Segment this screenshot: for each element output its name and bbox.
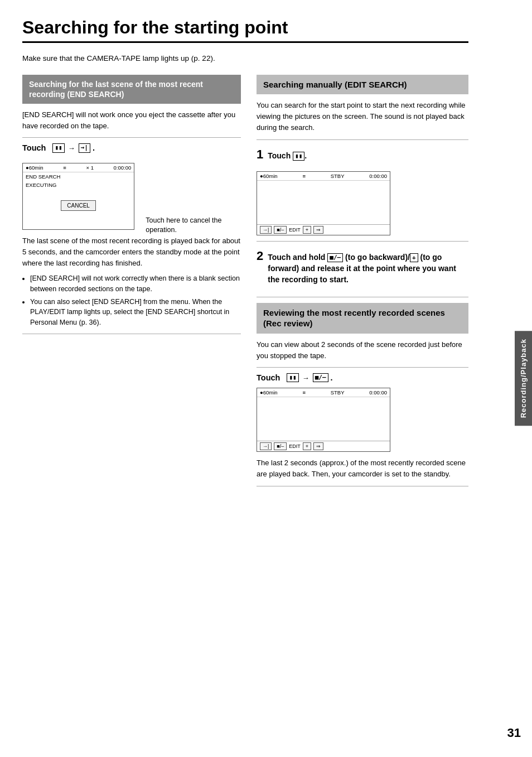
lcd-x1: × 1 — [86, 165, 93, 171]
divider-6 — [257, 367, 468, 368]
lcd-top-bar-1: ●60min ≡ × 1 0:00:00 — [23, 163, 134, 172]
step1-instruction: Touch ▮▮. — [268, 150, 307, 161]
lcd-time-3: 0:00:00 — [369, 389, 387, 396]
lcd-btn-forward: ⇒ — [313, 226, 323, 234]
arrow-2: → — [302, 374, 309, 382]
lcd-bottom-bar-2: →| ■/– EDIT + ⇒ — [257, 224, 390, 235]
lcd-time-1: 0:00:00 — [114, 165, 132, 171]
lcd-btn-arrow-3: →| — [260, 442, 272, 450]
lcd-icon-1: ≡ — [63, 165, 66, 171]
lcd-top-bar-2: ●60min ≡ STBY 0:00:00 — [257, 172, 390, 181]
lcd-top-bar-3: ●60min ≡ STBY 0:00:00 — [257, 388, 390, 397]
main-content: Searching for the starting point Make su… — [0, 0, 485, 757]
record-icon-3: ▮▮ — [287, 373, 298, 382]
end-search-body1: [END SEARCH] will not work once you ejec… — [22, 109, 241, 132]
two-col-layout: Searching for the last scene of the most… — [22, 75, 468, 492]
lcd-line1: END SEARCH — [23, 172, 134, 181]
step1-number: 1 — [257, 147, 263, 162]
lcd-tape-2: ●60min — [260, 173, 278, 179]
lcd-edit-label: EDIT — [289, 227, 301, 233]
bullet-item-1: [END SEARCH] will not work correctly whe… — [30, 273, 241, 295]
rec-review-body2: The last 2 seconds (approx.) of the most… — [257, 457, 468, 480]
rec-review-body1: You can view about 2 seconds of the scen… — [257, 339, 468, 361]
lcd-line2: EXECUTING — [23, 181, 134, 189]
rec-review-heading: Reviewing the most recently recorded sce… — [257, 303, 468, 334]
lcd-tape-3: ●60min — [260, 389, 278, 396]
step2-instruction: Touch and hold ■/– (to go backward)/+ (t… — [268, 252, 468, 286]
divider-7 — [257, 486, 468, 486]
right-tab: Recording/Playback 31 — [485, 0, 532, 757]
lcd-tape-icon: ●60min — [26, 165, 43, 171]
step2-number: 2 — [257, 249, 263, 263]
lcd-screen-1: ●60min ≡ × 1 0:00:00 END SEARCH EXECUTIN… — [22, 163, 134, 230]
end-search-heading: Searching for the last scene of the most… — [22, 75, 241, 104]
lcd-btn-forward-3: ⇒ — [313, 442, 323, 450]
screen-note-1: ●60min ≡ × 1 0:00:00 END SEARCH EXECUTIN… — [22, 158, 241, 235]
lcd-stby-2: STBY — [331, 173, 345, 179]
bullet-item-2: You can also select [END SEARCH] from th… — [30, 297, 241, 328]
end-search-body2: The last scene of the most recent record… — [22, 235, 241, 269]
divider-4 — [257, 241, 468, 242]
dot-label: . — [93, 143, 95, 152]
touch-label-1: Touch — [22, 143, 46, 152]
touch-instruction-1: Touch ▮▮ → →| . — [22, 143, 241, 152]
edit-search-body1: You can search for the start point to st… — [257, 100, 468, 133]
lcd-btn-plus-3: + — [303, 442, 311, 450]
lcd-edit-label-3: EDIT — [289, 443, 301, 449]
divider-3 — [257, 139, 468, 140]
side-label: Recording/Playback — [515, 331, 532, 426]
lcd-btn-edit: ■/– — [274, 226, 287, 234]
record-icon-1: ▮▮ — [52, 143, 64, 152]
page-title: Searching for the starting point — [22, 17, 468, 43]
page-wrapper: Searching for the starting point Make su… — [0, 0, 532, 757]
step1-row: 1 Touch ▮▮. — [257, 146, 468, 167]
dot-label-2: . — [331, 373, 333, 382]
col-left: Searching for the last scene of the most… — [22, 75, 241, 492]
touch-label-2: Touch — [257, 373, 280, 382]
step2-row: 2 Touch and hold ■/– (to go backward)/+ … — [257, 247, 468, 291]
divider-2 — [22, 334, 241, 334]
edit-minus-icon: ■/– — [327, 253, 343, 262]
touch-note-1: Touch here to cancel the operation. — [146, 216, 241, 235]
bullet-list-1: [END SEARCH] will not work correctly whe… — [30, 273, 241, 328]
divider-1 — [22, 137, 241, 138]
lcd-screen-2: ●60min ≡ STBY 0:00:00 →| ■/– EDIT + ⇒ — [257, 171, 390, 235]
edit-search-heading: Searching manually (EDIT SEARCH) — [257, 75, 468, 95]
lcd-icon-3: ≡ — [302, 389, 306, 396]
divider-5 — [257, 297, 468, 297]
lcd-stby-3: STBY — [331, 389, 345, 396]
cancel-button-lcd: CANCEL — [61, 200, 96, 211]
intro-text: Make sure that the CAMERA-TAPE lamp ligh… — [22, 53, 468, 64]
lcd-btn-edit-3: ■/– — [274, 442, 287, 450]
col-right: Searching manually (EDIT SEARCH) You can… — [257, 75, 468, 492]
end-search-icon: →| — [79, 143, 90, 152]
lcd-btn-arrow: →| — [260, 226, 272, 234]
arrow-1: → — [68, 144, 75, 152]
lcd-icon-2: ≡ — [302, 173, 306, 179]
page-number: 31 — [507, 726, 521, 740]
lcd-screen-3: ●60min ≡ STBY 0:00:00 →| ■/– EDIT + ⇒ — [257, 388, 390, 452]
lcd-bottom-bar-3: →| ■/– EDIT + ⇒ — [257, 441, 390, 451]
lcd-center-1: CANCEL — [23, 189, 134, 223]
plus-icon: + — [410, 253, 418, 262]
record-icon-2: ▮▮ — [293, 152, 304, 161]
rec-review-icon: ■/– — [313, 373, 328, 382]
lcd-btn-plus: + — [303, 226, 311, 234]
touch-instruction-2: Touch ▮▮ → ■/– . — [257, 373, 468, 382]
lcd-time-2: 0:00:00 — [369, 173, 387, 179]
